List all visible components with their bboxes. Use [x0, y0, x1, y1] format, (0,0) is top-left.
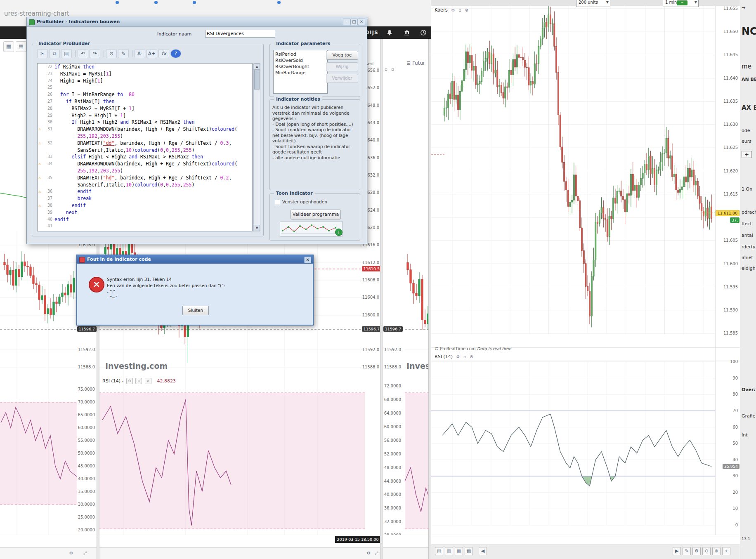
gear-icon[interactable]: ⚙: [367, 551, 371, 556]
scrollbar-thumb[interactable]: [254, 70, 260, 90]
code-line[interactable]: ⚠34 DRAWARROWDOWN(barindex, High + Rge /…: [38, 160, 252, 167]
parameters-list[interactable]: RsiPeriodRsiOverSoldRsiOverBoughtMinBarR…: [273, 50, 328, 94]
chart-style-icon[interactable]: ▥: [445, 547, 453, 555]
add-parameter-button[interactable]: Voeg toe: [326, 51, 358, 60]
code-line[interactable]: SansSerif,Italic,10)coloured(0,0,255,255…: [38, 182, 252, 189]
code-line[interactable]: 28 RSIMax2 = MyRSI[I + 1]: [38, 105, 252, 112]
editor-scrollbar[interactable]: ▲ ▼: [253, 63, 260, 231]
popout-icon[interactable]: ▫: [391, 67, 394, 72]
list-icon[interactable]: ▧: [465, 547, 473, 555]
rsi-label[interactable]: RSI (14): [102, 378, 120, 384]
dialog-titlebar[interactable]: ProBuilder - Indicatoren bouwen – □ ×: [27, 17, 367, 27]
indicator-name-input[interactable]: [205, 30, 275, 38]
gear-icon[interactable]: ⚙: [69, 551, 73, 556]
sidebar-fragment: NC: [742, 26, 756, 37]
code-line[interactable]: 255,192,203,255): [38, 133, 252, 140]
maximize-button[interactable]: □: [350, 19, 358, 25]
price-badge: 11596.7: [77, 326, 97, 332]
rsi-value: 42.8823: [157, 378, 176, 384]
fx-icon[interactable]: fx: [158, 49, 169, 58]
scroll-left-icon[interactable]: ◀: [479, 547, 487, 555]
delete-parameter-button[interactable]: Verwijder: [326, 74, 358, 83]
expand-icon[interactable]: ⤢: [375, 551, 378, 556]
parameter-item[interactable]: RsiPeriod: [275, 51, 326, 57]
copy-icon[interactable]: ⧉: [49, 49, 60, 58]
close-button[interactable]: ×: [358, 19, 365, 25]
code-line[interactable]: 22if RsiMax then: [38, 64, 252, 71]
code-line[interactable]: 29 High2 = High[I + 1]: [38, 112, 252, 119]
code-line[interactable]: 41: [38, 223, 252, 230]
axis-label: 11.645: [723, 52, 738, 57]
scroll-right-icon[interactable]: ▶: [673, 547, 681, 555]
font-bigger-icon[interactable]: A+: [146, 49, 157, 58]
code-line[interactable]: 255,192,203,255): [38, 167, 252, 175]
sluiten-button[interactable]: Sluiten: [182, 306, 209, 315]
wrench-icon[interactable]: ⚙: [456, 354, 460, 359]
axis-label: 11600.0: [362, 313, 379, 318]
settings-icon[interactable]: ▫: [135, 378, 142, 384]
code-line[interactable]: 30 If High1 > High2 and RSIMax1 < RSIMax…: [38, 119, 252, 126]
close-icon[interactable]: ×: [145, 378, 151, 384]
code-line[interactable]: ⚠32 DRAWTEXT("dd", barindex, High + Rge …: [38, 140, 252, 147]
zoom-icon[interactable]: ⊙: [106, 49, 117, 58]
parameters-group: Indicator parameters RsiPeriodRsiOverSol…: [269, 44, 360, 97]
code-line[interactable]: ⚠35 DRAWTEXT("hd", barindex, High + Rge …: [38, 175, 252, 182]
extended-session-icon[interactable]: ≡: [677, 0, 687, 5]
code-line[interactable]: 24 High1 = High[1]: [38, 78, 252, 85]
code-line[interactable]: 26 for I = MinBarRange to 80: [38, 91, 252, 98]
font-smaller-icon[interactable]: A-: [135, 49, 145, 58]
sidebar-fragment[interactable]: +: [742, 151, 752, 158]
validate-program-button[interactable]: Valideer programma: [291, 210, 341, 219]
code-line[interactable]: 39 next: [38, 209, 252, 216]
axis-label: 11.625: [723, 145, 738, 150]
scroll-down-icon[interactable]: ▼: [254, 225, 260, 231]
keep-window-checkbox[interactable]: [275, 200, 280, 205]
chevron-down-icon[interactable]: ▾: [122, 380, 123, 383]
export-icon[interactable]: ▤: [435, 547, 443, 555]
collapse-icon[interactable]: ▫: [385, 67, 387, 72]
wrench-icon[interactable]: ⚙: [451, 8, 455, 12]
code-line[interactable]: 25: [38, 84, 252, 91]
code-line[interactable]: SansSerif,Italic,10)coloured(0,0,255,255…: [38, 147, 252, 154]
edit-parameter-button[interactable]: Wijzig: [326, 62, 358, 71]
close-circle-icon[interactable]: ⊗: [465, 8, 468, 12]
comment-icon[interactable]: ✎: [118, 49, 129, 58]
minimize-button[interactable]: –: [343, 19, 350, 25]
paste-icon[interactable]: ▤: [61, 49, 72, 58]
draw-icon[interactable]: ✎: [683, 547, 691, 555]
code-line[interactable]: ⚠36 endif: [38, 188, 252, 195]
code-line[interactable]: ⚠38 endif: [38, 202, 252, 209]
code-line[interactable]: 23 RSIMax1 = MyRSI[1]: [38, 71, 252, 78]
code-line[interactable]: 40endif: [38, 216, 252, 223]
crosshair-icon[interactable]: ⌖: [722, 547, 730, 555]
close-circle-icon[interactable]: ⊗: [470, 354, 473, 359]
indicator-icon[interactable]: ▤: [16, 41, 26, 52]
undo-icon[interactable]: ↶: [78, 49, 88, 58]
error-dialog-titlebar[interactable]: Fout in de indicator code ×: [77, 255, 313, 264]
parameter-item[interactable]: RsiOverBought: [275, 64, 326, 70]
grid-icon[interactable]: ▦: [455, 547, 463, 555]
zoom-out-icon[interactable]: ⊖: [702, 547, 711, 555]
target-icon[interactable]: ⊙: [126, 378, 133, 384]
code-line[interactable]: 37 break: [38, 195, 252, 202]
zoom-in-icon[interactable]: ⊕: [712, 547, 721, 555]
parameter-item[interactable]: RsiOverSold: [275, 57, 326, 64]
wrench-icon[interactable]: ⚙: [692, 547, 701, 555]
cut-icon[interactable]: ✂: [37, 49, 48, 58]
code-editor[interactable]: 22if RsiMax then23 RSIMax1 = MyRSI[1]24 …: [37, 63, 253, 231]
close-icon[interactable]: ×: [304, 257, 311, 263]
arrow-right-icon[interactable]: →: [742, 5, 745, 10]
panel-icon[interactable]: ▫: [463, 354, 466, 359]
chart-type-icon[interactable]: ▦: [3, 41, 14, 52]
redo-icon[interactable]: ↷: [90, 49, 100, 58]
parameter-item[interactable]: MinBarRange: [275, 70, 326, 76]
add-icon[interactable]: +: [335, 229, 343, 236]
help-icon[interactable]: ?: [170, 49, 181, 58]
units-dropdown[interactable]: 200 units▼: [576, 0, 610, 7]
code-line[interactable]: 33 elsif High1 < High2 and RSIMax1 > RSI…: [38, 153, 252, 160]
code-line[interactable]: ⚠31 DRAWARROWDOWN(barindex, High + Rge /…: [38, 126, 252, 133]
expand-icon[interactable]: ⤢: [83, 551, 87, 556]
panel-icon[interactable]: ▫: [458, 8, 461, 12]
scroll-up-icon[interactable]: ▲: [254, 64, 260, 70]
code-line[interactable]: 27 if RsiMax[I] then: [38, 98, 252, 105]
